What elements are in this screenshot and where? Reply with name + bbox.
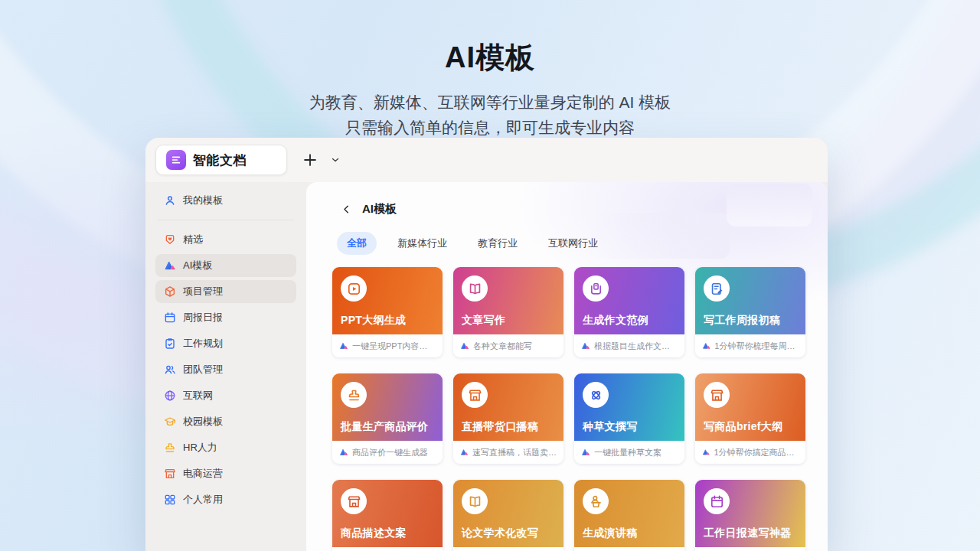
ai-logo-icon [702,448,710,457]
template-card-5[interactable]: 直播带货口播稿速写直播稿，话题卖点… [453,373,564,464]
sidebar-item-3[interactable]: AI模板 [155,254,296,277]
card-footer [332,547,443,551]
sidebar-item-12[interactable]: 个人常用 [155,488,296,511]
store-icon [341,488,367,514]
cube-icon [164,285,176,298]
card-desc: 一键批量种草文案 [594,447,662,458]
sidebar-item-6[interactable]: 工作规划 [155,332,296,355]
ai-logo-icon [581,341,590,350]
sidebar-item-label: 周报日报 [183,311,223,324]
smart-doc-logo-icon [166,150,186,170]
tab-0[interactable]: 全部 [337,232,377,255]
ai-logo-icon [702,341,710,350]
card-title: 生成作文范例 [583,314,648,328]
stamp-icon [341,382,367,408]
store-icon [704,382,730,408]
grid-icon [164,494,176,506]
knot-icon [589,388,603,403]
calendar-icon [710,494,724,509]
store-icon [462,382,488,408]
doc-tray-icon [583,276,609,302]
card-cover: 商品描述文案 [332,480,443,547]
plus-icon [302,152,318,168]
template-card-3[interactable]: 写工作周报初稿1分钟帮你梳理每周事项 [695,267,805,357]
chevron-left-icon [341,204,352,215]
graduation-cap-icon [164,416,176,428]
ai-logo-icon [339,341,348,350]
doc-edit-icon [710,282,724,296]
sidebar-item-label: 我的模板 [183,194,223,207]
user-icon [164,194,176,207]
doc-edit-icon [704,276,730,302]
card-footer [695,547,805,551]
template-card-0[interactable]: PPT大纲生成一键呈现PPT内容框架 [332,267,443,357]
app-switcher-pill[interactable]: 智能文档 [155,145,287,175]
card-cover: 直播带货口播稿 [453,373,564,441]
app-window: 智能文档 我的模板精选AI模板项目管理周报日报工作规划团队管理互联网校园模板HR… [145,138,828,551]
sidebar-item-label: 团队管理 [183,363,223,377]
sidebar-item-5[interactable]: 周报日报 [155,306,296,329]
tab-1[interactable]: 新媒体行业 [387,232,457,255]
sidebar-item-label: 校园模板 [183,415,223,429]
store-icon [710,388,724,403]
subtitle-line-2: 只需输入简单的信息，即可生成专业内容 [0,115,980,140]
card-desc: 商品评价一键生成器 [352,447,428,458]
card-title: 商品描述文案 [341,527,407,540]
stamp-icon [164,442,176,454]
card-footer: 速写直播稿，话题卖点… [453,441,564,464]
template-card-4[interactable]: 批量生产商品评价商品评价一键生成器 [332,373,443,464]
sidebar-item-8[interactable]: 互联网 [155,384,296,407]
sidebar: 我的模板精选AI模板项目管理周报日报工作规划团队管理互联网校园模板HR人力电商运… [145,182,306,551]
sidebar-item-label: 个人常用 [183,493,223,507]
card-cover: 生成演讲稿 [574,480,684,547]
stamp-icon [347,388,361,403]
chevron-down-icon [330,155,341,165]
sidebar-item-2[interactable]: 精选 [155,228,296,251]
page-subtitle: 为教育、新媒体、互联网等行业量身定制的 AI 模板 只需输入简单的信息，即可生成… [0,90,980,140]
template-card-8[interactable]: 商品描述文案 [332,480,443,551]
template-card-6[interactable]: 种草文撰写一键批量种草文案 [574,373,684,464]
sidebar-item-label: AI模板 [183,259,212,272]
chevron-down-icon[interactable] [328,152,343,168]
doc-tray-icon [589,282,603,296]
tab-2[interactable]: 教育行业 [468,232,528,255]
category-tabs: 全部新媒体行业教育行业互联网行业 [337,232,828,255]
sidebar-item-9[interactable]: 校园模板 [155,410,296,433]
sidebar-item-label: 工作规划 [183,337,223,350]
knot-icon [583,382,609,408]
ai-logo-icon [164,259,176,272]
sidebar-item-10[interactable]: HR人力 [155,436,296,459]
sidebar-item-label: HR人力 [183,441,217,455]
calendar-icon [164,311,176,324]
card-desc: 各种文章都能写 [473,341,532,352]
template-card-2[interactable]: 生成作文范例根据题目生成作文范例 [574,267,684,357]
card-footer: 根据题目生成作文范例 [574,334,684,357]
plus-icon[interactable] [300,150,320,170]
template-card-7[interactable]: 写商品brief大纲1分钟帮你搞定商品宣传… [695,373,805,464]
card-footer: 一键批量种草文案 [574,441,684,464]
template-card-10[interactable]: 生成演讲稿 [574,480,684,551]
sidebar-item-11[interactable]: 电商运营 [155,462,296,485]
store-icon [468,388,482,403]
card-title: 写商品brief大纲 [704,420,782,434]
back-icon[interactable] [340,204,352,216]
tab-label: 新媒体行业 [397,237,447,249]
sidebar-item-0[interactable]: 我的模板 [155,189,296,212]
card-desc: 1分钟帮你搞定商品宣传… [714,447,799,458]
sidebar-item-label: 电商运营 [183,467,223,481]
template-card-grid: PPT大纲生成一键呈现PPT内容框架文章写作各种文章都能写生成作文范例根据题目生… [332,267,828,551]
tab-3[interactable]: 互联网行业 [538,232,608,255]
card-desc: 一键呈现PPT内容框架 [352,341,436,352]
card-cover: 论文学术化改写 [453,480,564,547]
play-square-icon [341,276,367,302]
sidebar-item-4[interactable]: 项目管理 [155,280,296,303]
card-desc: 根据题目生成作文范例 [594,341,678,352]
template-card-11[interactable]: 工作日报速写神器 [695,480,805,551]
ai-logo-icon [460,341,469,350]
template-card-9[interactable]: 论文学术化改写 [453,480,564,551]
card-desc: 1分钟帮你梳理每周事项 [714,341,799,352]
sidebar-item-7[interactable]: 团队管理 [155,358,296,381]
card-title: 文章写作 [462,314,505,328]
template-card-1[interactable]: 文章写作各种文章都能写 [453,267,564,357]
card-cover: 文章写作 [453,267,564,334]
